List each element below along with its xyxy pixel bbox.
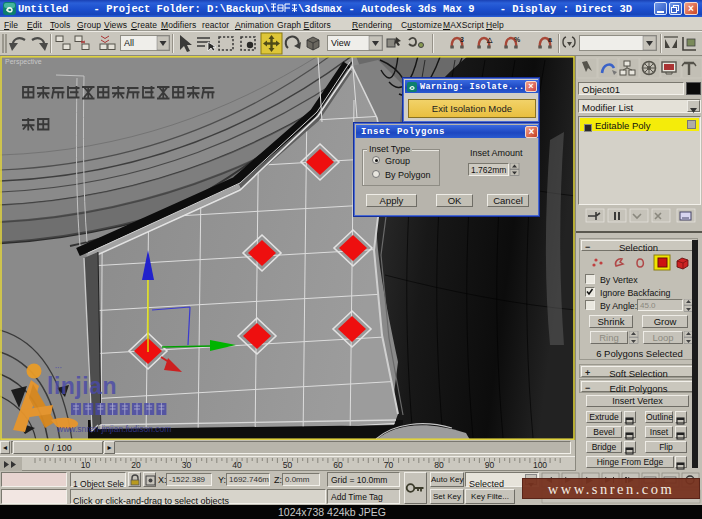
svg-text:△: △ [486,36,493,43]
svg-text:···: ··· [55,364,62,371]
svg-text:View: View [331,38,351,48]
svg-text:40: 40 [232,460,242,470]
svg-text:20: 20 [131,460,141,470]
svg-text:70: 70 [384,460,394,470]
svg-text:60: 60 [333,460,343,470]
svg-text:90: 90 [485,460,495,470]
svg-text:30: 30 [182,460,192,470]
svg-text:3: 3 [460,36,464,43]
svg-text:linjian: linjian [47,373,117,399]
svg-text:10: 10 [81,460,91,470]
svg-text:All: All [124,38,134,48]
svg-text:www.snren-jinjian.fudison.com: www.snren-jinjian.fudison.com [56,424,171,434]
svg-text:100: 100 [533,460,547,470]
svg-text:%: % [514,36,521,43]
svg-text:80: 80 [434,460,444,470]
svg-text:50: 50 [283,460,293,470]
svg-text:a: a [548,36,552,43]
